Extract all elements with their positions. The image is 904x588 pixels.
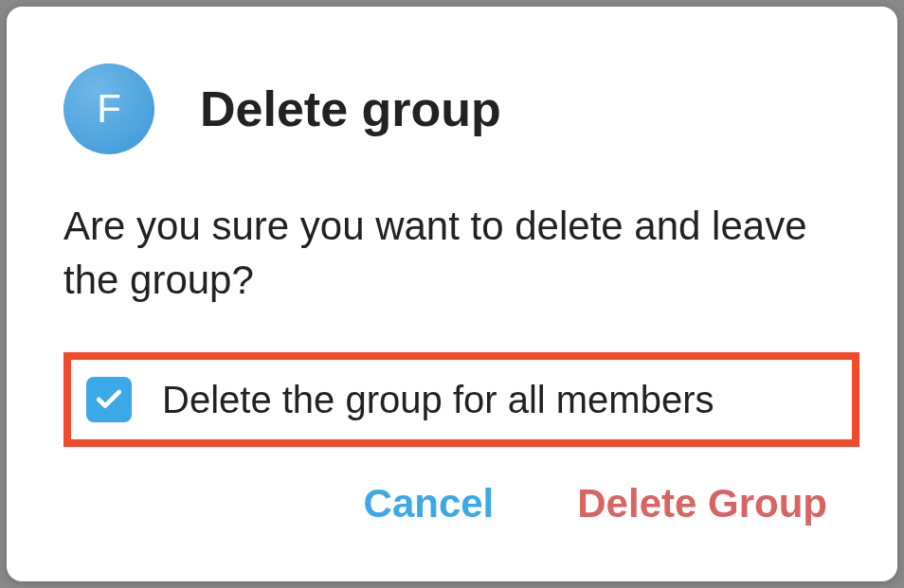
dialog-message: Are you sure you want to delete and leav… — [63, 200, 841, 307]
delete-for-all-label: Delete the group for all members — [162, 379, 714, 421]
delete-group-dialog: F Delete group Are you sure you want to … — [7, 7, 897, 581]
group-avatar: F — [63, 63, 154, 154]
dialog-title: Delete group — [200, 80, 501, 137]
dialog-header: F Delete group — [63, 63, 841, 154]
delete-group-button[interactable]: Delete Group — [573, 473, 831, 534]
delete-for-all-row[interactable]: Delete the group for all members — [63, 352, 859, 447]
checkmark-icon — [94, 384, 124, 415]
cancel-button[interactable]: Cancel — [360, 473, 498, 534]
avatar-letter: F — [97, 86, 121, 132]
delete-for-all-checkbox[interactable] — [86, 377, 132, 422]
dialog-actions: Cancel Delete Group — [360, 473, 850, 534]
